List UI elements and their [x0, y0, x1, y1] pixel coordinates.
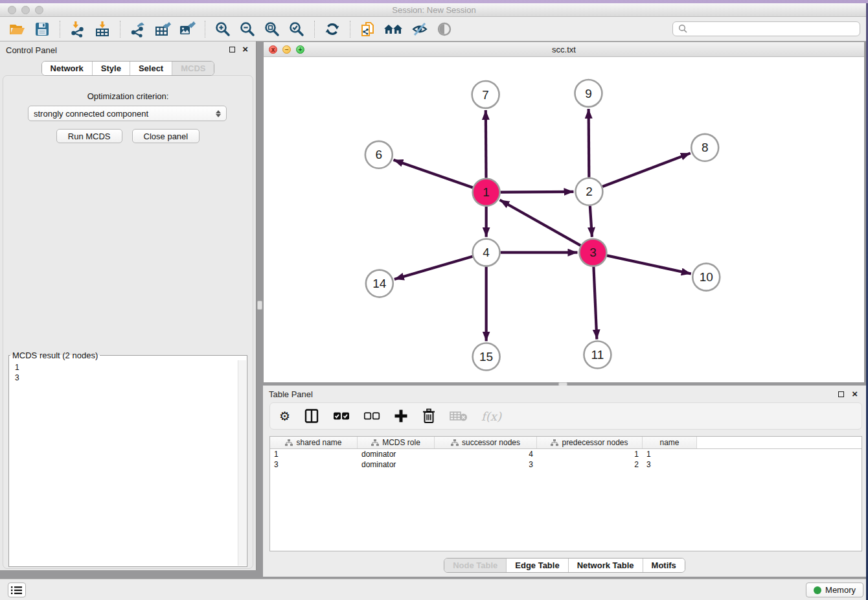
zoom-out-button[interactable] [238, 19, 257, 39]
export-network-button[interactable] [128, 19, 148, 39]
refresh-button[interactable] [323, 19, 342, 39]
zoom-fit-button[interactable] [262, 19, 282, 39]
table-cell[interactable]: dominator [358, 459, 435, 470]
first-neighbors-button[interactable] [383, 19, 405, 39]
hide-graphics-details-icon [411, 21, 428, 38]
import-network-button[interactable] [68, 19, 87, 39]
mcds-result-item[interactable]: 3 [15, 373, 238, 383]
result-scrollbar[interactable] [238, 360, 246, 566]
show-graphics-details-button[interactable] [435, 19, 454, 39]
graph-node-label: 9 [585, 87, 592, 100]
column-header-name[interactable]: name [643, 437, 697, 448]
unselect-all-icon[interactable] [363, 408, 380, 424]
table-cell[interactable]: 1 [537, 449, 643, 459]
mcds-result-item[interactable]: 1 [15, 362, 238, 373]
table-row[interactable]: 1dominator411 [270, 449, 862, 459]
criterion-select[interactable]: strongly connected component [28, 106, 227, 121]
graph-node-4[interactable]: 4 [473, 239, 500, 266]
float-table-panel-icon[interactable] [838, 391, 844, 397]
graph-node-14[interactable]: 14 [366, 270, 393, 297]
export-image-button[interactable] [177, 19, 197, 39]
memory-status-icon [814, 586, 821, 594]
tab-network[interactable]: Network [42, 62, 93, 75]
graph-edge-4-14[interactable] [394, 257, 473, 279]
table-row[interactable]: 3dominator323 [270, 459, 862, 470]
tab-edge-table[interactable]: Edge Table [507, 559, 568, 572]
table-cell[interactable]: 1 [643, 449, 697, 459]
split-column-icon[interactable] [304, 408, 319, 424]
gear-icon[interactable]: ⚙ [279, 408, 290, 424]
refresh-icon [324, 21, 341, 38]
graph-node-11[interactable]: 11 [584, 341, 611, 369]
hide-graphics-details-button[interactable] [410, 19, 429, 39]
open-session-button[interactable] [8, 19, 27, 39]
tab-node-table[interactable]: Node Table [444, 559, 507, 572]
network-canvas[interactable]: 7968124314101511 [264, 57, 864, 382]
tab-style[interactable]: Style [93, 62, 130, 75]
table-cell[interactable]: 3 [643, 459, 697, 470]
table-cell[interactable]: dominator [358, 449, 435, 459]
graph-node-10[interactable]: 10 [692, 264, 720, 291]
graph-node-3[interactable]: 3 [579, 239, 606, 266]
tab-mcds[interactable]: MCDS [172, 62, 214, 75]
save-session-button[interactable] [32, 19, 52, 39]
graph-edge-3-1[interactable] [500, 200, 581, 246]
graph-node-9[interactable]: 9 [575, 80, 602, 107]
export-image-icon [178, 21, 196, 38]
delete-column-icon[interactable] [422, 408, 436, 424]
table-cell[interactable]: 2 [537, 459, 643, 470]
table-cell[interactable]: 1 [270, 449, 358, 459]
graph-node-15[interactable]: 15 [473, 343, 500, 371]
mcds-result-list[interactable]: 13 [10, 360, 238, 566]
close-table-panel-icon[interactable]: × [852, 388, 858, 400]
table-cell[interactable]: 3 [435, 459, 537, 470]
column-type-icon [371, 439, 379, 446]
column-header-shared-name[interactable]: shared name [270, 437, 358, 448]
memory-button[interactable]: Memory [806, 583, 863, 597]
graph-edge-1-6[interactable] [393, 160, 472, 188]
network-view-window: x – + scc.txt 7968124314101511 [263, 41, 865, 383]
tab-motifs[interactable]: Motifs [643, 559, 685, 572]
graph-node-6[interactable]: 6 [365, 141, 393, 168]
search-box[interactable] [672, 21, 860, 36]
control-panel: Control Panel × Network Style Select MCD… [0, 41, 257, 570]
import-table-button[interactable] [93, 19, 112, 39]
task-history-button[interactable] [8, 583, 26, 597]
select-stepper-icon [216, 110, 221, 117]
graph-edge-1-2[interactable] [501, 192, 574, 192]
export-table-button[interactable] [153, 19, 172, 39]
graph-edge-2-3[interactable] [590, 206, 592, 237]
graph-edge-2-8[interactable] [602, 153, 691, 187]
column-header-predecessor-nodes[interactable]: predecessor nodes [537, 437, 643, 448]
graph-node-2[interactable]: 2 [575, 178, 602, 205]
column-header-MCDS-role[interactable]: MCDS role [358, 437, 435, 448]
close-panel-icon[interactable]: × [242, 43, 248, 55]
tab-network-table[interactable]: Network Table [569, 559, 643, 572]
graph-node-7[interactable]: 7 [472, 81, 499, 108]
table-cell[interactable]: 3 [270, 459, 358, 470]
zoom-in-button[interactable] [213, 19, 233, 39]
search-input[interactable] [692, 25, 854, 34]
graph-edge-3-10[interactable] [607, 255, 691, 273]
node-table[interactable]: shared nameMCDS rolesuccessor nodesprede… [269, 436, 862, 551]
run-mcds-button[interactable]: Run MCDS [56, 129, 122, 143]
column-header-successor-nodes[interactable]: successor nodes [435, 437, 537, 448]
graph-edge-3-11[interactable] [593, 267, 597, 340]
open-session-icon [9, 21, 26, 38]
select-all-icon[interactable] [333, 408, 350, 424]
add-column-icon[interactable] [394, 408, 408, 424]
splitter-handle-vertical[interactable] [257, 301, 262, 310]
graph-node-label: 4 [483, 246, 490, 259]
float-panel-icon[interactable] [229, 47, 235, 52]
graph-node-8[interactable]: 8 [691, 134, 718, 161]
graph-edge-1-7[interactable] [486, 110, 486, 178]
graph-node-1[interactable]: 1 [473, 179, 500, 206]
zoom-selected-button[interactable] [287, 19, 306, 39]
graph-edge-2-9[interactable] [589, 109, 589, 178]
copy-network-button[interactable] [358, 19, 378, 39]
tab-select[interactable]: Select [130, 62, 172, 75]
close-panel-button[interactable]: Close panel [132, 129, 200, 143]
graph-node-label: 15 [479, 350, 493, 363]
table-cell[interactable]: 4 [435, 449, 537, 459]
network-window-titlebar[interactable]: x – + scc.txt [264, 42, 864, 57]
